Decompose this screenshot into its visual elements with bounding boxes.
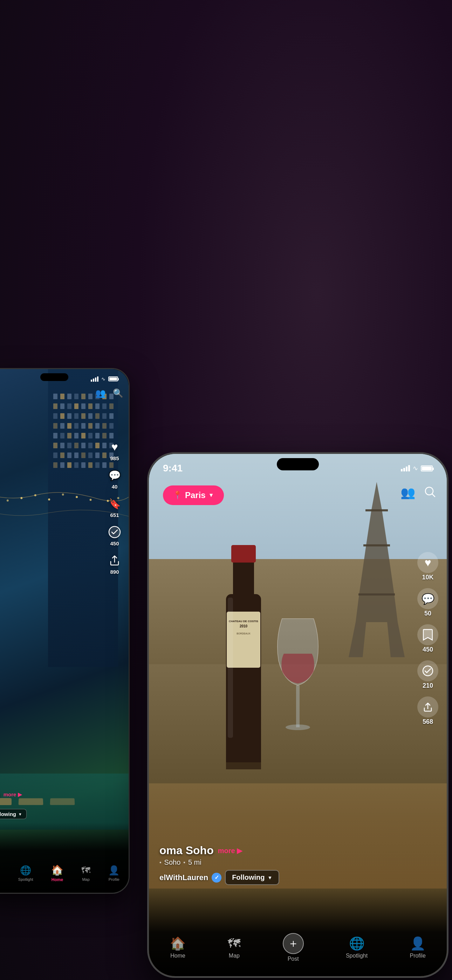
right-like-action[interactable]: ♥ 10K (417, 552, 438, 581)
svg-rect-101 (296, 685, 299, 727)
left-phone: ∿ 👥 🔍 ♥ 985 💬 40 🔖 (0, 368, 130, 894)
left-comment-action[interactable]: 💬 40 (107, 468, 122, 490)
left-nav-map-label: Map (82, 877, 89, 881)
svg-rect-33 (95, 423, 100, 429)
svg-rect-31 (81, 423, 86, 429)
right-dot: • (159, 859, 162, 866)
svg-rect-55 (60, 452, 64, 458)
right-location-label: Paris (185, 490, 206, 500)
left-bottom-nav: 📍 Post 🌐 Spotlight 🏠 Home 🗺 Map 👤 (0, 822, 129, 893)
svg-rect-51 (95, 443, 100, 448)
left-map-icon: 🗺 (81, 865, 91, 876)
svg-point-82 (109, 527, 120, 538)
right-neighborhood: Soho (164, 858, 181, 866)
svg-rect-48 (74, 443, 78, 448)
left-phone-notch (40, 373, 68, 381)
left-share-count: 890 (110, 569, 119, 575)
svg-rect-90 (363, 544, 390, 546)
right-time: 9:41 (163, 463, 183, 474)
right-signal (401, 465, 410, 471)
right-wifi-icon: ∿ (413, 465, 418, 472)
svg-point-75 (34, 494, 37, 496)
svg-rect-5 (88, 394, 92, 399)
right-checkin-count: 210 (423, 682, 433, 689)
right-profile-icon: 👤 (410, 936, 426, 951)
left-nav-spotlight[interactable]: 🌐 Spotlight (18, 865, 33, 881)
right-comment-icon: 💬 (417, 588, 438, 609)
svg-rect-99 (228, 598, 233, 738)
left-save-action[interactable]: 🔖 651 (107, 496, 122, 518)
right-share-icon (417, 697, 438, 718)
right-venue-sub: • Soho • 5 mi (159, 858, 384, 866)
right-save-action[interactable]: 450 (417, 624, 438, 653)
svg-rect-59 (88, 452, 92, 458)
left-people-icon[interactable]: 👥 (95, 388, 106, 398)
left-search-icon[interactable]: 🔍 (113, 388, 123, 398)
left-like-action[interactable]: ♥ 985 (107, 439, 122, 461)
right-phone-notch (277, 458, 319, 470)
left-following-tag[interactable]: Following ▼ (0, 809, 27, 819)
svg-marker-84 (366, 510, 387, 545)
svg-line-104 (432, 494, 435, 497)
right-search-icon[interactable] (423, 485, 436, 501)
right-location-pill[interactable]: 📍 Paris ▼ (163, 485, 224, 505)
right-bottom-nav: 🏠 Home 🗺 Map ＋ Post 🌐 Spotlight 👤 (149, 889, 447, 976)
svg-rect-10 (60, 403, 64, 409)
svg-rect-26 (109, 413, 113, 419)
svg-rect-60 (95, 452, 100, 458)
right-checkin-icon (417, 660, 438, 681)
svg-rect-50 (88, 443, 92, 448)
left-nav-home[interactable]: 🏠 Home (51, 864, 64, 882)
right-share-action[interactable]: 568 (417, 697, 438, 725)
svg-rect-64 (60, 462, 64, 468)
left-comment-icon: 💬 (107, 468, 122, 483)
left-nav-map[interactable]: 🗺 Map (81, 865, 91, 881)
left-heart-icon: ♥ (107, 439, 122, 455)
right-post-circle-icon: ＋ (283, 933, 304, 954)
right-map-icon: 🗺 (228, 936, 240, 951)
right-nav-post[interactable]: ＋ Post (283, 933, 304, 962)
svg-rect-20 (67, 413, 72, 419)
right-checkin-action[interactable]: 210 (417, 660, 438, 689)
left-checkin-icon (107, 524, 122, 540)
right-following-tag[interactable]: Following ▼ (225, 870, 279, 885)
left-nav-profile[interactable]: 👤 Profile (108, 865, 119, 881)
right-verified-badge: ✓ (212, 873, 221, 883)
svg-rect-68 (88, 462, 92, 468)
svg-point-76 (48, 498, 50, 501)
left-more-btn[interactable]: more ▶ (3, 791, 22, 798)
left-bottom-info: sea more ▶ mi Following ▼ (0, 790, 94, 819)
svg-marker-87 (349, 622, 366, 657)
left-signal (91, 376, 99, 382)
left-spotlight-icon: 🌐 (20, 865, 31, 876)
left-save-count: 651 (110, 512, 119, 518)
svg-rect-100 (226, 762, 261, 769)
svg-rect-3 (74, 394, 78, 399)
left-nav-post[interactable]: 📍 Post (0, 865, 0, 881)
svg-rect-11 (67, 403, 72, 409)
left-checkin-count: 450 (110, 541, 119, 546)
right-nav-home[interactable]: 🏠 Home (170, 936, 186, 959)
right-like-count: 10K (422, 574, 433, 581)
right-save-count: 450 (423, 646, 433, 653)
svg-rect-45 (53, 443, 57, 448)
left-checkin-action[interactable]: 450 (107, 524, 122, 546)
left-share-action[interactable]: 890 (107, 553, 122, 575)
svg-rect-93 (233, 559, 254, 601)
right-nav-spotlight[interactable]: 🌐 Spotlight (346, 936, 368, 959)
right-action-bar: ♥ 10K 💬 50 450 (417, 552, 438, 733)
right-nav-map[interactable]: 🗺 Map (228, 936, 240, 959)
right-friends-icon[interactable]: 👥 (401, 485, 415, 501)
svg-rect-94 (231, 545, 256, 563)
left-home-icon: 🏠 (51, 864, 64, 876)
right-dot2: • (183, 859, 185, 866)
svg-rect-15 (95, 403, 100, 409)
svg-rect-41 (88, 433, 92, 439)
svg-rect-66 (74, 462, 78, 468)
left-battery-icon (108, 376, 118, 381)
right-more-btn[interactable]: more ▶ (218, 846, 242, 855)
svg-rect-58 (81, 452, 86, 458)
right-comment-action[interactable]: 💬 50 (417, 588, 438, 617)
svg-rect-61 (102, 452, 107, 458)
right-nav-profile[interactable]: 👤 Profile (410, 936, 425, 959)
